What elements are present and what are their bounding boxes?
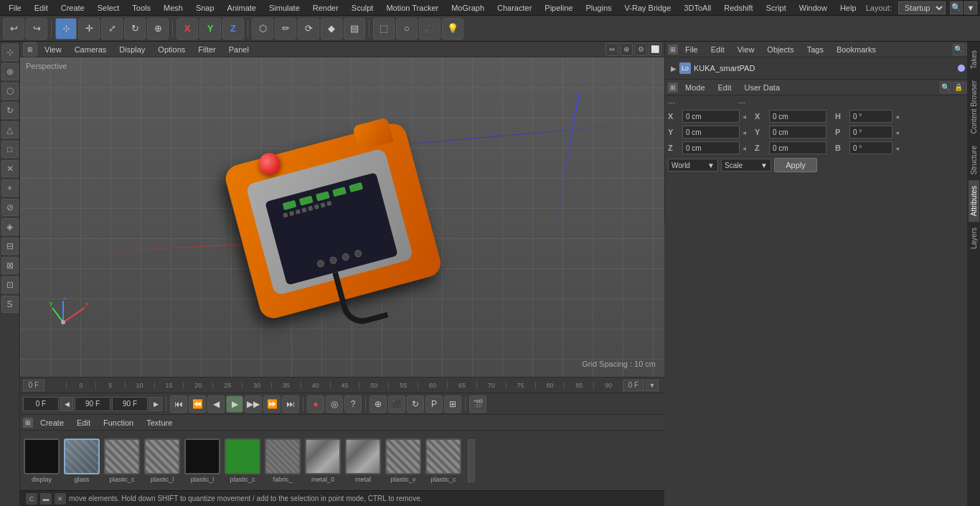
material-item-metal0[interactable]: metal_0 (304, 439, 341, 483)
playback-move-icon-button[interactable]: ⊕ (369, 395, 387, 413)
layout-select[interactable]: Startup (898, 1, 946, 14)
attr-arrow-b[interactable]: ◂ (895, 144, 899, 152)
menu-item-file[interactable]: File (3, 0, 27, 15)
playback-rotate-icon-button[interactable]: ↻ (407, 395, 424, 413)
sidebar-btn-11[interactable]: ⊠ (1, 257, 19, 274)
attr-field-z1[interactable]: 0 cm (682, 141, 740, 154)
rotate-tool-button[interactable]: ↻ (124, 18, 146, 39)
menu-item-plugins[interactable]: Plugins (580, 0, 617, 15)
menu-item-help[interactable]: Help (834, 0, 862, 15)
objects-menu-objects[interactable]: Objects (761, 45, 799, 54)
mat-menu-edit[interactable]: Edit (71, 418, 96, 427)
menu-item-animate[interactable]: Animate (222, 0, 262, 15)
attr-arrow-h[interactable]: ◂ (895, 113, 899, 121)
playback-p-button[interactable]: P (425, 395, 443, 413)
attr-field-x2[interactable]: 0 cm (769, 110, 826, 123)
object-item-kuka[interactable]: ▶ Lo KUKA_smartPAD (668, 60, 977, 76)
playback-prev-button[interactable]: ◀ (207, 395, 225, 413)
attr-field-b[interactable]: 0 ° (849, 141, 892, 154)
playback-autokey-button[interactable]: ◎ (326, 395, 343, 413)
transform-tool-button[interactable]: ⊕ (147, 18, 169, 39)
menu-item-render[interactable]: Render (307, 0, 344, 15)
axis-y-button[interactable]: Y (199, 18, 221, 39)
timeline-track[interactable]: 0 5 10 15 20 25 30 35 40 45 50 55 60 65 … (66, 382, 623, 389)
sidebar-btn-10[interactable]: ⊟ (1, 238, 19, 255)
attr-field-x1[interactable]: 0 cm (682, 110, 740, 123)
viewport-arrows-icon[interactable]: ⇔ (606, 43, 618, 56)
scale-tool-button[interactable]: ⤢ (101, 18, 123, 39)
playback-next-button[interactable]: ▶▶ (245, 395, 262, 413)
playback-end-arrow[interactable]: ▶ (149, 397, 162, 411)
viewport-menu-panel[interactable]: Panel (223, 45, 255, 54)
menu-item-window[interactable]: Window (793, 0, 833, 15)
objects-menu-file[interactable]: File (679, 45, 704, 54)
attr-field-z2[interactable]: 0 cm (769, 141, 826, 154)
viewport-menu-cameras[interactable]: Cameras (69, 45, 113, 54)
material-scrollbar[interactable] (468, 439, 475, 482)
sidebar-btn-13[interactable]: S (1, 296, 19, 313)
playback-play-button[interactable]: ▶ (226, 395, 243, 413)
sidebar-btn-4[interactable]: △ (1, 121, 19, 139)
playback-record-button[interactable]: ● (307, 395, 324, 413)
menu-item-vray[interactable]: V-Ray Bridge (619, 0, 677, 15)
playback-grid-button[interactable]: ⊞ (444, 395, 461, 413)
attr-menu-edit[interactable]: Edit (712, 83, 738, 92)
viewport-move-icon[interactable]: ⊕ (620, 43, 633, 56)
mat-menu-function[interactable]: Function (98, 418, 139, 427)
tab-layers[interactable]: Layers (969, 222, 979, 255)
sidebar-btn-12[interactable]: ⊡ (1, 276, 19, 294)
status-window-icon[interactable]: ▬ (40, 493, 52, 505)
attr-arrow-p[interactable]: ◂ (895, 128, 899, 136)
viewport-menu-display[interactable]: Display (113, 45, 151, 54)
viewport-settings-icon[interactable]: ⚙ (634, 43, 647, 56)
timeline-start-field[interactable]: 0 F (23, 380, 44, 391)
menu-item-create[interactable]: Create (55, 0, 90, 15)
status-close-icon[interactable]: ✕ (55, 493, 66, 505)
axis-z-button[interactable]: Z (222, 18, 244, 39)
playback-scale-icon-button[interactable]: ⬛ (388, 395, 405, 413)
mat-menu-texture[interactable]: Texture (141, 418, 178, 427)
menu-item-motion-tracker[interactable]: Motion Tracker (380, 0, 444, 15)
attr-menu-userdata[interactable]: User Data (739, 83, 786, 92)
playback-start-button[interactable]: ⏮ (170, 395, 187, 413)
menu-item-3dtoall[interactable]: 3DToAll (678, 0, 717, 15)
sidebar-btn-9[interactable]: ◈ (1, 218, 19, 235)
menu-item-script[interactable]: Script (760, 0, 792, 15)
attr-lock-icon[interactable]: 🔒 (953, 82, 964, 93)
objects-search-icon[interactable]: 🔍 (953, 44, 964, 55)
material-item-plastic-l2[interactable]: plastic_l (184, 439, 221, 483)
apply-button[interactable]: Apply (774, 158, 817, 172)
tab-takes[interactable]: Takes (969, 44, 979, 75)
cube-button[interactable]: ⬚ (373, 18, 395, 39)
objects-menu-tags[interactable]: Tags (801, 45, 829, 54)
playback-prev-key-button[interactable]: ⏪ (189, 395, 206, 413)
attr-field-y2[interactable]: 0 cm (769, 126, 826, 139)
playback-end-frame[interactable]: 90 F (112, 397, 148, 411)
attr-arrow-z1[interactable]: ◂ (743, 144, 746, 152)
timeline-expand-icon[interactable]: ▼ (646, 380, 659, 391)
menu-item-simulate[interactable]: Simulate (263, 0, 306, 15)
material-item-plastic-c[interactable]: plastic_c (103, 439, 141, 483)
objects-menu-edit[interactable]: Edit (705, 45, 730, 54)
playback-help-button[interactable]: ? (344, 395, 362, 413)
loop-button[interactable]: ⟳ (298, 18, 319, 39)
undo-button[interactable]: ↩ (3, 18, 24, 39)
move-tool-button[interactable]: ✛ (78, 18, 100, 39)
menu-item-redshift[interactable]: Redshift (718, 0, 758, 15)
material-item-fabric[interactable]: fabric_ (264, 439, 301, 483)
material-item-plastic-l[interactable]: plastic_l (143, 439, 181, 483)
light-button[interactable]: 💡 (442, 18, 463, 39)
scale-dropdown[interactable]: Scale ▼ (721, 159, 771, 172)
sphere-button[interactable]: ○ (396, 18, 418, 39)
playback-end-button[interactable]: ⏭ (282, 395, 299, 413)
menu-item-character[interactable]: Character (491, 0, 537, 15)
playback-next-key-button[interactable]: ⏩ (263, 395, 281, 413)
sidebar-btn-6[interactable]: ✕ (1, 160, 19, 177)
objects-menu-view[interactable]: View (732, 45, 760, 54)
axis-x-button[interactable]: X (176, 18, 198, 39)
pencil-button[interactable]: ✏ (275, 18, 296, 39)
texture-button[interactable]: ▤ (344, 18, 365, 39)
menu-item-edit[interactable]: Edit (29, 0, 54, 15)
material-item-plastic-c2[interactable]: plastic_c (425, 439, 462, 483)
attr-search-icon[interactable]: 🔍 (940, 82, 951, 93)
